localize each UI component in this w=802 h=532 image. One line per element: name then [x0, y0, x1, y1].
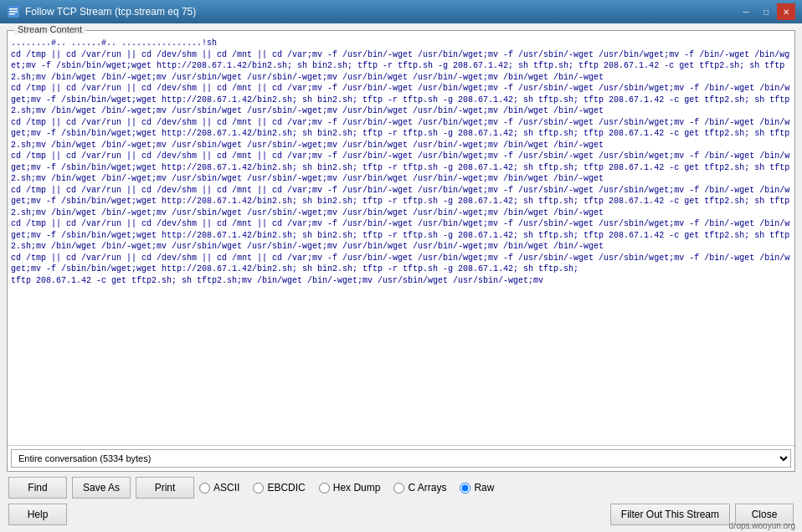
- filter-out-button[interactable]: Filter Out This Stream: [610, 504, 730, 525]
- radio-hexdump-input[interactable]: [319, 483, 330, 494]
- radio-raw-input[interactable]: [460, 483, 470, 494]
- find-button[interactable]: Find: [8, 477, 67, 499]
- radio-raw-label: Raw: [474, 482, 494, 494]
- help-button[interactable]: Help: [8, 504, 67, 525]
- group-box-label: Stream Content: [14, 24, 85, 34]
- app-icon: [7, 5, 20, 18]
- svg-rect-3: [9, 13, 15, 15]
- svg-rect-1: [9, 8, 18, 10]
- title-bar: Follow TCP Stream (tcp.stream eq 75) ─ □…: [0, 0, 802, 23]
- toolbar-row: Find Save As Print ASCII EBCDIC Hex Dump…: [7, 477, 795, 499]
- radio-carrays-input[interactable]: [393, 483, 404, 494]
- main-container: Stream Content ........#.. ......#.. ...…: [0, 23, 802, 532]
- encoding-radio-group: ASCII EBCDIC Hex Dump C Arrays Raw: [199, 482, 794, 494]
- stream-content-group: Stream Content ........#.. ......#.. ...…: [7, 30, 795, 472]
- radio-ascii-input[interactable]: [199, 483, 210, 494]
- window-controls: ─ □ ✕: [737, 3, 795, 20]
- conversation-select-row: Entire conversation (5334 bytes) Client …: [8, 445, 794, 471]
- radio-ebcdic-label: EBCDIC: [267, 482, 305, 494]
- radio-raw[interactable]: Raw: [460, 482, 494, 494]
- radio-ebcdic-input[interactable]: [253, 483, 264, 494]
- radio-carrays[interactable]: C Arrays: [393, 482, 446, 494]
- svg-rect-2: [9, 11, 18, 13]
- close-window-button[interactable]: ✕: [777, 3, 795, 20]
- save-as-button[interactable]: Save As: [72, 477, 131, 499]
- radio-carrays-label: C Arrays: [408, 482, 446, 494]
- print-button[interactable]: Print: [136, 477, 194, 499]
- watermark: drops.wooyun.org: [729, 521, 796, 530]
- window-title: Follow TCP Stream (tcp.stream eq 75): [25, 6, 737, 18]
- conversation-select[interactable]: Entire conversation (5334 bytes) Client …: [11, 449, 791, 468]
- radio-ascii[interactable]: ASCII: [199, 482, 239, 494]
- stream-text-area[interactable]: ........#.. ......#.. ................!s…: [8, 31, 794, 445]
- minimize-button[interactable]: ─: [737, 3, 755, 20]
- maximize-button[interactable]: □: [757, 3, 775, 20]
- radio-ascii-label: ASCII: [213, 482, 239, 494]
- bottom-row: Help Filter Out This Stream Close: [7, 504, 795, 525]
- radio-ebcdic[interactable]: EBCDIC: [253, 482, 305, 494]
- radio-hexdump[interactable]: Hex Dump: [319, 482, 381, 494]
- radio-hexdump-label: Hex Dump: [333, 482, 381, 494]
